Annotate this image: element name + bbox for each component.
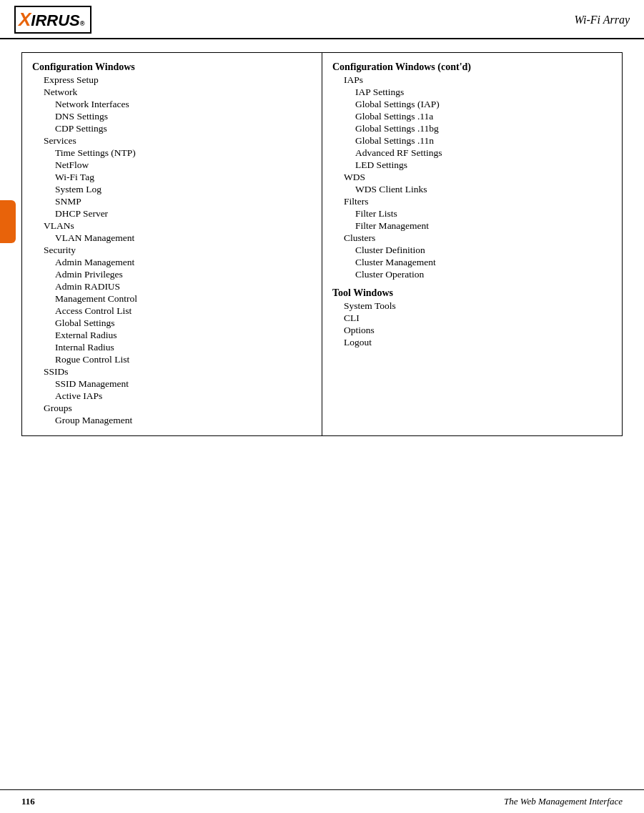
xirrus-logo: XIRRUS® (14, 6, 91, 34)
tool-windows-heading: Tool Windows (332, 287, 612, 299)
nav-item-wds: WDS (332, 172, 612, 183)
nav-item-security: Security (32, 245, 312, 256)
main-content: Configuration Windows Express Setup Netw… (0, 39, 644, 465)
orange-tab (0, 200, 16, 243)
logo-x-letter: X (19, 9, 31, 31)
nav-item-global-settings-11a: Global Settings .11a (332, 111, 612, 122)
nav-item-global-settings-11bg: Global Settings .11bg (332, 123, 612, 134)
nav-item-netflow: NetFlow (32, 159, 312, 171)
nav-item-cluster-operation: Cluster Operation (332, 269, 612, 280)
header-title: Wi-Fi Array (575, 14, 630, 26)
nav-item-dns-settings: DNS Settings (32, 111, 312, 122)
tool-windows-section: Tool Windows System Tools CLI Options Lo… (332, 287, 612, 348)
footer-page-number: 116 (21, 796, 35, 807)
left-column: Configuration Windows Express Setup Netw… (22, 53, 322, 436)
nav-item-global-settings-11n: Global Settings .11n (332, 135, 612, 147)
nav-item-snmp: SNMP (32, 196, 312, 207)
nav-item-filter-lists: Filter Lists (332, 208, 612, 220)
nav-item-rogue-control-list: Rogue Control List (32, 354, 312, 365)
nav-item-clusters: Clusters (332, 232, 612, 244)
nav-item-external-radius: External Radius (32, 330, 312, 341)
nav-item-system-tools: System Tools (332, 300, 612, 312)
footer-subtitle: The Web Management Interface (504, 796, 623, 807)
nav-item-express-setup: Express Setup (32, 74, 312, 86)
nav-item-global-settings: Global Settings (32, 317, 312, 329)
nav-item-active-iaps: Active IAPs (32, 390, 312, 402)
nav-item-iaps: IAPs (332, 74, 612, 86)
nav-item-access-control-list: Access Control List (32, 305, 312, 317)
nav-item-admin-management: Admin Management (32, 257, 312, 268)
nav-item-ssid-management: SSID Management (32, 378, 312, 390)
nav-item-vlans: VLANs (32, 220, 312, 232)
right-heading: Configuration Windows (cont'd) (332, 61, 612, 73)
nav-item-admin-privileges: Admin Privileges (32, 269, 312, 280)
logo-registered: ® (80, 20, 85, 27)
nav-item-cli: CLI (332, 312, 612, 324)
nav-item-cluster-definition: Cluster Definition (332, 245, 612, 256)
right-column: Configuration Windows (cont'd) IAPs IAP … (322, 53, 623, 436)
nav-item-filters: Filters (332, 196, 612, 207)
left-heading: Configuration Windows (32, 61, 312, 73)
nav-item-dhcp-server: DHCP Server (32, 208, 312, 220)
logo-area: XIRRUS® (14, 6, 91, 34)
nav-item-admin-radius: Admin RADIUS (32, 281, 312, 292)
nav-item-advanced-rf-settings: Advanced RF Settings (332, 147, 612, 159)
page-footer: 116 The Web Management Interface (0, 789, 644, 813)
logo-rest-letters: IRRUS (31, 11, 79, 30)
nav-item-iap-settings: IAP Settings (332, 87, 612, 98)
nav-item-options: Options (332, 325, 612, 336)
nav-item-time-settings: Time Settings (NTP) (32, 147, 312, 159)
nav-item-management-control: Management Control (32, 293, 312, 305)
nav-table: Configuration Windows Express Setup Netw… (21, 52, 623, 436)
nav-item-network: Network (32, 87, 312, 98)
nav-item-network-interfaces: Network Interfaces (32, 99, 312, 110)
nav-item-led-settings: LED Settings (332, 159, 612, 171)
nav-item-vlan-management: VLAN Management (32, 232, 312, 244)
page-header: XIRRUS® Wi-Fi Array (0, 0, 644, 39)
nav-item-ssids: SSIDs (32, 366, 312, 378)
nav-item-cdp-settings: CDP Settings (32, 123, 312, 134)
nav-item-services: Services (32, 135, 312, 147)
nav-item-global-settings-iap: Global Settings (IAP) (332, 99, 612, 110)
nav-item-logout: Logout (332, 337, 612, 348)
nav-item-groups: Groups (32, 403, 312, 414)
nav-item-group-management: Group Management (32, 415, 312, 426)
nav-item-internal-radius: Internal Radius (32, 342, 312, 353)
nav-item-wifi-tag: Wi-Fi Tag (32, 172, 312, 183)
nav-item-wds-client-links: WDS Client Links (332, 184, 612, 195)
nav-item-cluster-management: Cluster Management (332, 257, 612, 268)
nav-item-filter-management: Filter Management (332, 220, 612, 232)
nav-item-system-log: System Log (32, 184, 312, 195)
